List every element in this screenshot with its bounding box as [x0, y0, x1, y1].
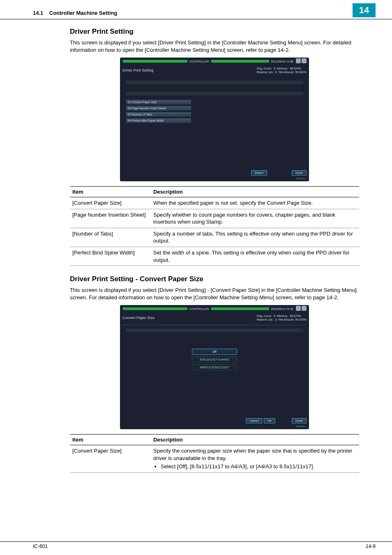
section1-table: Item Description [Convert Paper Size] Wh… — [70, 186, 359, 266]
panel-title: Convert Paper Size — [122, 316, 154, 320]
table-row: [Page Number Insertion Sheet] Specify wh… — [70, 209, 359, 228]
close-button[interactable]: Close — [292, 418, 307, 423]
section1-heading: Driver Print Setting — [70, 28, 359, 36]
datetime: 2010/05/12 16:35 — [271, 308, 294, 310]
option-to-letter-ledger[interactable]: A4/A3 to 8.5x11/11x17 — [192, 364, 237, 370]
cell-desc: Specify the converting paper size when t… — [151, 445, 359, 473]
cell-desc-text: Specify the converting paper size when t… — [153, 448, 352, 461]
footer-right: 14-9 — [366, 543, 376, 549]
controller-label: CONTROLLER — [189, 308, 209, 310]
meter-bar — [122, 307, 188, 310]
table-row: [Convert Paper Size] Specify the convert… — [70, 445, 359, 473]
inactive-bar — [126, 328, 303, 332]
cell-item: [Page Number Insertion Sheet] — [70, 209, 151, 228]
inactive-bar — [126, 92, 303, 95]
page-footer: IC-601 14-9 — [0, 541, 392, 549]
page-header: 14.1 Controller Machine Setting 14 — [0, 8, 392, 19]
table-row: [Convert Paper Size] When the specified … — [70, 197, 359, 209]
menu-item-number-of-tabs[interactable]: 03 Number of Tabs — [126, 112, 191, 117]
section2-heading: Driver Print Setting - Convert Paper Siz… — [70, 275, 359, 283]
cell-desc-bullet: Select [Off], [8.5x11/11x17 to A4/A3], o… — [161, 463, 357, 470]
menu-item-perfect-bind-spine-width[interactable]: 04 Perfect Bind Spine Width — [126, 118, 191, 123]
col-description: Description — [151, 435, 359, 445]
col-item: Item — [70, 187, 151, 197]
meter-bar — [122, 60, 188, 63]
col-item: Item — [70, 435, 151, 445]
datetime: 2011/04/18 11:08 — [271, 60, 294, 63]
menu-item-convert-paper-size[interactable]: 01 Convert Paper Size — [126, 99, 191, 105]
menu-item-page-number-insert-sheet[interactable]: 02 Page Number Insert Sheet — [126, 106, 191, 111]
rotation-indicator: Rotation — [120, 177, 309, 180]
cell-desc: Specify whether to count page numbers fo… — [151, 209, 359, 228]
section1-paragraph: This screen is displayed if you select [… — [70, 39, 359, 53]
ok-button[interactable]: OK — [264, 418, 275, 423]
col-description: Description — [151, 187, 359, 197]
close-button[interactable]: Close — [292, 170, 307, 176]
cell-desc: When the specified paper is not set, spe… — [151, 197, 359, 209]
chapter-badge: 14 — [353, 3, 376, 17]
cell-item: [Number of Tabs] — [70, 228, 151, 247]
status-icons — [295, 306, 307, 312]
cell-item: [Convert Paper Size] — [70, 445, 151, 473]
section2-paragraph: This screen is displayed if you select [… — [70, 287, 359, 301]
cancel-button[interactable]: Cancel — [246, 418, 262, 423]
driver-print-setting-panel: CONTROLLER 2011/04/18 11:08 Driver Print… — [120, 58, 309, 181]
cell-desc: Set the width of a spine. This setting i… — [151, 247, 359, 266]
rotation-indicator: Rotation — [120, 425, 309, 428]
option-to-a4a3[interactable]: 8.5x11/11x17 to A4/A3 — [192, 356, 237, 363]
meter-bar — [211, 60, 270, 63]
section-number: 14.1 — [33, 10, 43, 16]
status-icons — [295, 58, 307, 64]
table-row: [Number of Tabs] Specify a number of tab… — [70, 228, 359, 247]
convert-paper-size-panel: CONTROLLER 2010/05/12 16:35 Convert Pape… — [120, 305, 309, 429]
section2-table: Item Description [Convert Paper Size] Sp… — [70, 434, 359, 473]
panel-stats: Orig. Count 0 Memory 99.875% Reserve Job… — [257, 314, 307, 321]
table-row: [Perfect Bind Spine Width] Set the width… — [70, 247, 359, 266]
cell-desc: Specify a number of tabs. This setting i… — [151, 228, 359, 247]
inactive-bar — [126, 81, 303, 84]
footer-left: IC-601 — [33, 543, 48, 549]
cell-item: [Perfect Bind Spine Width] — [70, 247, 151, 266]
header-section: 14.1 Controller Machine Setting — [33, 10, 353, 16]
panel-title: Driver Print Setting — [122, 68, 154, 72]
controller-label: CONTROLLER — [189, 60, 209, 63]
meter-bar — [211, 307, 270, 310]
option-off[interactable]: Off — [192, 349, 237, 355]
return-button[interactable]: Return — [251, 170, 267, 176]
panel-stats: Orig. Count 0 Memory 98.524% Reserve Job… — [257, 67, 307, 74]
section-title: Controller Machine Setting — [49, 10, 117, 16]
cell-item: [Convert Paper Size] — [70, 197, 151, 209]
